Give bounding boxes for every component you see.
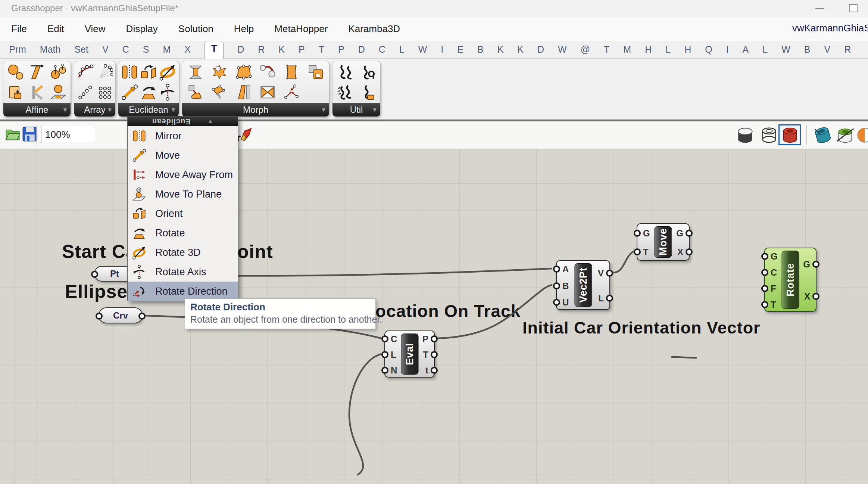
chevron-down-icon[interactable]: ▾	[63, 105, 67, 114]
tab-prm-0[interactable]: Prm	[9, 42, 26, 58]
preview-wireframe-cylinder-icon[interactable]	[760, 126, 778, 146]
tab-r-39[interactable]: R	[844, 42, 851, 58]
tab-b-37[interactable]: B	[804, 42, 811, 58]
tab-w-36[interactable]: W	[781, 42, 790, 58]
tab-l-35[interactable]: L	[762, 42, 768, 58]
output-nub-X[interactable]	[686, 248, 693, 255]
chevron-down-icon[interactable]: ▾	[373, 105, 377, 114]
param-input-nub[interactable]	[91, 271, 98, 278]
preview-sphere-icon[interactable]	[855, 126, 868, 146]
tab-h-29[interactable]: H	[645, 42, 652, 58]
project-icon[interactable]	[48, 82, 69, 102]
flow-icon[interactable]	[256, 62, 280, 82]
tab-b-21[interactable]: B	[477, 42, 484, 58]
input-nub-A[interactable]	[553, 266, 560, 273]
toolbar-group-label-morph[interactable]: Morph	[182, 103, 329, 117]
menu-item-display[interactable]: Display	[126, 23, 158, 35]
toolbar-group-label-affine[interactable]: Affine	[3, 103, 71, 117]
tab-p-14[interactable]: P	[338, 42, 344, 58]
param-input-nub[interactable]	[96, 313, 103, 320]
tab-c-16[interactable]: C	[379, 42, 385, 58]
input-nub-G[interactable]	[761, 253, 768, 260]
input-nub-U[interactable]	[553, 299, 560, 306]
tab-@-26[interactable]: @	[581, 42, 590, 58]
mirror-icon[interactable]	[120, 62, 139, 82]
output-nub-G[interactable]	[686, 230, 693, 237]
minimize-button[interactable]	[815, 8, 824, 9]
box-mapping-icon[interactable]	[5, 82, 26, 102]
tab-k-23[interactable]: K	[517, 42, 524, 58]
polar-array-icon[interactable]	[95, 62, 114, 82]
component-eval[interactable]: EvalCLNPTt	[384, 331, 435, 378]
shear-angle-icon[interactable]	[26, 82, 47, 102]
dropdown-header[interactable]: Euclidean ▲	[128, 117, 238, 126]
menu-item-solution[interactable]: Solution	[178, 23, 213, 35]
curve-array-icon[interactable]	[76, 62, 95, 82]
preview-dark-cylinder-icon[interactable]	[736, 126, 755, 146]
tab-d-15[interactable]: D	[358, 42, 365, 58]
spatial-deform-icon[interactable]	[280, 82, 303, 102]
menu-item-move[interactable]: Move	[128, 146, 238, 165]
menu-item-file[interactable]: File	[11, 23, 27, 35]
tab-i-33[interactable]: I	[726, 42, 729, 58]
tab-c-4[interactable]: C	[122, 42, 129, 58]
output-nub-G[interactable]	[812, 261, 819, 268]
tab-m-28[interactable]: M	[623, 42, 631, 58]
tab-v-38[interactable]: V	[824, 42, 831, 58]
component-rotate[interactable]: RotateGCFTGX	[764, 248, 817, 312]
tab-v-3[interactable]: V	[102, 42, 109, 58]
rebuild-icon[interactable]	[356, 62, 379, 82]
param-output-nub[interactable]	[138, 313, 146, 320]
tab-set-2[interactable]: Set	[74, 42, 88, 58]
tab-w-18[interactable]: W	[418, 42, 427, 58]
input-nub-G[interactable]	[634, 230, 641, 237]
tab-l-17[interactable]: L	[399, 42, 405, 58]
tab-d-24[interactable]: D	[537, 42, 544, 58]
input-nub-F[interactable]	[761, 285, 768, 292]
tab-x-7[interactable]: X	[184, 42, 191, 58]
output-nub-T[interactable]	[431, 351, 438, 358]
tab-r-10[interactable]: R	[258, 42, 265, 58]
tab-i-19[interactable]: I	[441, 42, 443, 58]
menu-item-rotate[interactable]: Rotate	[128, 223, 238, 243]
tab-l-30[interactable]: L	[665, 42, 671, 58]
smooth-icon[interactable]	[334, 62, 356, 82]
orient-icon[interactable]	[139, 62, 158, 82]
move-icon[interactable]	[120, 82, 139, 102]
input-nub-B[interactable]	[553, 282, 560, 289]
splop-icon[interactable]	[207, 82, 231, 102]
tab-math-1[interactable]: Math	[40, 42, 61, 58]
scale-icon[interactable]	[5, 62, 26, 82]
tab-p-12[interactable]: P	[299, 42, 305, 58]
chevron-down-icon[interactable]: ▾	[108, 105, 112, 114]
toolbar-group-label-euclidean[interactable]: Euclidean	[118, 103, 179, 117]
menu-item-karamba3d[interactable]: Karamba3D	[348, 23, 400, 35]
tab-t-13[interactable]: T	[319, 42, 324, 58]
chevron-down-icon[interactable]: ▾	[322, 105, 325, 114]
component-vec2pt[interactable]: Vec2PtABUVL	[556, 260, 610, 310]
stretch-icon[interactable]	[280, 62, 303, 82]
tab-e-20[interactable]: E	[457, 42, 463, 58]
tab-w-25[interactable]: W	[558, 42, 567, 58]
output-nub-X[interactable]	[812, 293, 819, 300]
map-to-surface-icon[interactable]	[304, 62, 328, 82]
sporph-icon[interactable]	[184, 82, 207, 102]
output-nub-t[interactable]	[431, 367, 438, 374]
taper-icon[interactable]	[232, 82, 256, 102]
output-nub-P[interactable]	[431, 335, 438, 342]
menu-item-metahopper[interactable]: MetaHopper	[274, 23, 328, 35]
component-move[interactable]: MoveGTGX	[637, 223, 690, 261]
input-nub-L[interactable]	[381, 351, 388, 358]
input-nub-C[interactable]	[761, 269, 768, 276]
linear-array-icon[interactable]	[76, 82, 95, 102]
menu-item-help[interactable]: Help	[234, 23, 254, 35]
bend-icon[interactable]	[184, 62, 207, 82]
preview-shaded-red-cylinder-icon[interactable]	[781, 126, 799, 146]
preview-blue-cylinder-icon[interactable]	[814, 126, 832, 146]
set-anchor-icon[interactable]	[356, 82, 379, 102]
twist-icon[interactable]	[256, 82, 280, 102]
tab-t-27[interactable]: T	[604, 42, 609, 58]
tab-q-32[interactable]: Q	[705, 42, 712, 58]
menu-item-move-away-from[interactable]: Move Away From	[128, 165, 238, 184]
tab-k-11[interactable]: K	[278, 42, 285, 58]
